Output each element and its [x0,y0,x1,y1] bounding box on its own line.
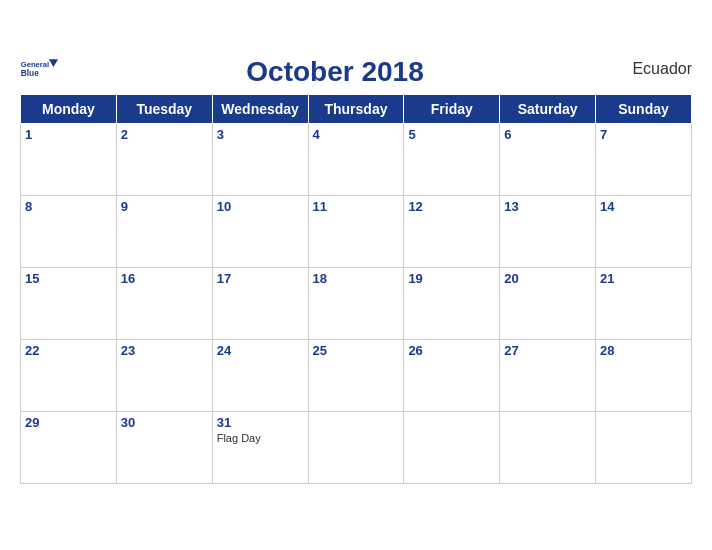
day-number: 22 [25,343,112,358]
calendar-day-cell: 8 [21,196,117,268]
col-tuesday: Tuesday [116,95,212,124]
calendar-day-cell: 13 [500,196,596,268]
calendar-day-cell: 29 [21,412,117,484]
calendar-day-cell: 20 [500,268,596,340]
calendar-week-row: 891011121314 [21,196,692,268]
calendar-day-cell: 31Flag Day [212,412,308,484]
calendar-body: 1234567891011121314151617181920212223242… [21,124,692,484]
calendar-day-cell: 9 [116,196,212,268]
calendar-week-row: 293031Flag Day [21,412,692,484]
calendar-wrapper: General Blue October 2018 Ecuador Monday… [0,46,712,504]
calendar-day-cell: 6 [500,124,596,196]
holiday-label: Flag Day [217,432,304,444]
calendar-day-cell: 28 [596,340,692,412]
day-number: 26 [408,343,495,358]
day-number: 2 [121,127,208,142]
col-monday: Monday [21,95,117,124]
day-number: 21 [600,271,687,286]
col-saturday: Saturday [500,95,596,124]
day-number: 11 [313,199,400,214]
day-number: 7 [600,127,687,142]
col-friday: Friday [404,95,500,124]
calendar-day-cell: 7 [596,124,692,196]
calendar-day-cell: 12 [404,196,500,268]
calendar-day-cell: 18 [308,268,404,340]
calendar-day-cell: 26 [404,340,500,412]
day-number: 13 [504,199,591,214]
day-number: 27 [504,343,591,358]
calendar-day-cell: 10 [212,196,308,268]
day-number: 12 [408,199,495,214]
calendar-week-row: 22232425262728 [21,340,692,412]
generalblue-logo-icon: General Blue [20,56,58,84]
calendar-day-cell: 15 [21,268,117,340]
day-number: 10 [217,199,304,214]
day-number: 1 [25,127,112,142]
calendar-day-cell: 23 [116,340,212,412]
calendar-day-cell [596,412,692,484]
col-wednesday: Wednesday [212,95,308,124]
calendar-day-cell: 27 [500,340,596,412]
calendar-header: General Blue October 2018 Ecuador [20,56,692,88]
calendar-day-cell: 24 [212,340,308,412]
day-number: 28 [600,343,687,358]
day-number: 23 [121,343,208,358]
col-sunday: Sunday [596,95,692,124]
day-number: 4 [313,127,400,142]
day-number: 17 [217,271,304,286]
day-number: 20 [504,271,591,286]
day-number: 25 [313,343,400,358]
country-label: Ecuador [612,56,692,78]
calendar-week-row: 15161718192021 [21,268,692,340]
calendar-week-row: 1234567 [21,124,692,196]
calendar-day-cell: 4 [308,124,404,196]
day-number: 8 [25,199,112,214]
day-number: 5 [408,127,495,142]
month-year-heading: October 2018 [58,56,612,88]
day-number: 24 [217,343,304,358]
calendar-table: Monday Tuesday Wednesday Thursday Friday… [20,94,692,484]
calendar-day-cell: 17 [212,268,308,340]
weekday-header-row: Monday Tuesday Wednesday Thursday Friday… [21,95,692,124]
calendar-day-cell: 21 [596,268,692,340]
day-number: 15 [25,271,112,286]
day-number: 30 [121,415,208,430]
col-thursday: Thursday [308,95,404,124]
calendar-day-cell [404,412,500,484]
calendar-day-cell: 30 [116,412,212,484]
calendar-day-cell: 19 [404,268,500,340]
calendar-day-cell: 14 [596,196,692,268]
day-number: 29 [25,415,112,430]
calendar-day-cell: 3 [212,124,308,196]
calendar-day-cell: 22 [21,340,117,412]
calendar-day-cell [308,412,404,484]
day-number: 3 [217,127,304,142]
calendar-day-cell: 5 [404,124,500,196]
day-number: 14 [600,199,687,214]
calendar-day-cell: 1 [21,124,117,196]
calendar-day-cell: 16 [116,268,212,340]
day-number: 16 [121,271,208,286]
day-number: 31 [217,415,304,430]
calendar-day-cell: 25 [308,340,404,412]
calendar-day-cell [500,412,596,484]
day-number: 6 [504,127,591,142]
day-number: 19 [408,271,495,286]
day-number: 18 [313,271,400,286]
calendar-day-cell: 2 [116,124,212,196]
svg-text:Blue: Blue [21,68,39,78]
month-title: October 2018 [58,56,612,88]
day-number: 9 [121,199,208,214]
calendar-day-cell: 11 [308,196,404,268]
logo-area: General Blue [20,56,58,84]
